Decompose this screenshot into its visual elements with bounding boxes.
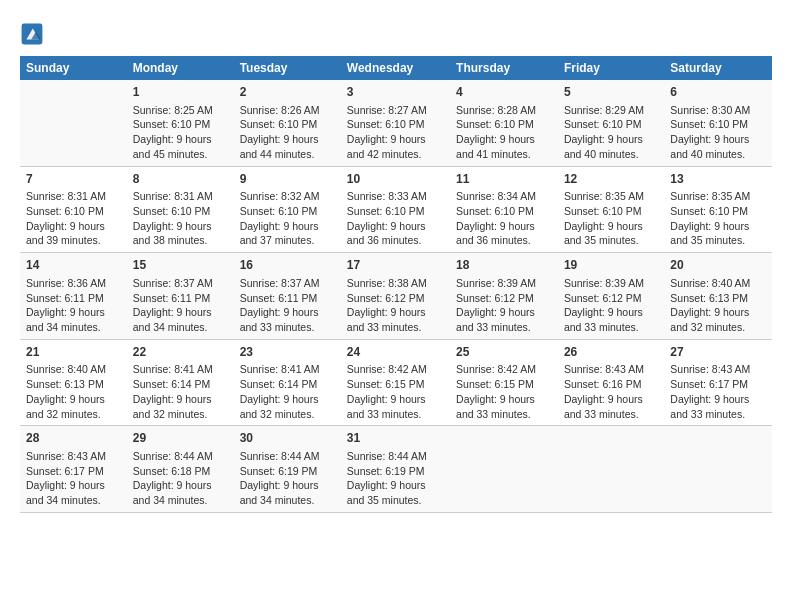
calendar-cell: 15Sunrise: 8:37 AM Sunset: 6:11 PM Dayli… (127, 253, 234, 340)
day-number: 17 (347, 257, 444, 274)
day-number: 7 (26, 171, 121, 188)
day-info: Sunrise: 8:29 AM Sunset: 6:10 PM Dayligh… (564, 103, 658, 162)
calendar-cell: 10Sunrise: 8:33 AM Sunset: 6:10 PM Dayli… (341, 166, 450, 253)
day-info: Sunrise: 8:32 AM Sunset: 6:10 PM Dayligh… (240, 189, 335, 248)
calendar-cell: 30Sunrise: 8:44 AM Sunset: 6:19 PM Dayli… (234, 426, 341, 513)
calendar-cell (664, 426, 772, 513)
weekday-header-wednesday: Wednesday (341, 56, 450, 80)
calendar-cell (20, 80, 127, 166)
day-number: 9 (240, 171, 335, 188)
calendar-cell (450, 426, 558, 513)
day-info: Sunrise: 8:25 AM Sunset: 6:10 PM Dayligh… (133, 103, 228, 162)
calendar-cell: 13Sunrise: 8:35 AM Sunset: 6:10 PM Dayli… (664, 166, 772, 253)
weekday-header-thursday: Thursday (450, 56, 558, 80)
calendar-cell: 8Sunrise: 8:31 AM Sunset: 6:10 PM Daylig… (127, 166, 234, 253)
calendar-cell: 9Sunrise: 8:32 AM Sunset: 6:10 PM Daylig… (234, 166, 341, 253)
calendar-cell: 16Sunrise: 8:37 AM Sunset: 6:11 PM Dayli… (234, 253, 341, 340)
weekday-header-row: SundayMondayTuesdayWednesdayThursdayFrid… (20, 56, 772, 80)
calendar-cell: 25Sunrise: 8:42 AM Sunset: 6:15 PM Dayli… (450, 339, 558, 426)
day-info: Sunrise: 8:33 AM Sunset: 6:10 PM Dayligh… (347, 189, 444, 248)
calendar-cell: 29Sunrise: 8:44 AM Sunset: 6:18 PM Dayli… (127, 426, 234, 513)
day-number: 2 (240, 84, 335, 101)
calendar-cell: 3Sunrise: 8:27 AM Sunset: 6:10 PM Daylig… (341, 80, 450, 166)
day-info: Sunrise: 8:37 AM Sunset: 6:11 PM Dayligh… (240, 276, 335, 335)
day-info: Sunrise: 8:28 AM Sunset: 6:10 PM Dayligh… (456, 103, 552, 162)
day-info: Sunrise: 8:44 AM Sunset: 6:19 PM Dayligh… (240, 449, 335, 508)
week-row-1: 1Sunrise: 8:25 AM Sunset: 6:10 PM Daylig… (20, 80, 772, 166)
day-info: Sunrise: 8:30 AM Sunset: 6:10 PM Dayligh… (670, 103, 766, 162)
day-number: 4 (456, 84, 552, 101)
header (20, 18, 772, 46)
week-row-5: 28Sunrise: 8:43 AM Sunset: 6:17 PM Dayli… (20, 426, 772, 513)
day-info: Sunrise: 8:43 AM Sunset: 6:17 PM Dayligh… (26, 449, 121, 508)
day-number: 15 (133, 257, 228, 274)
calendar-cell: 5Sunrise: 8:29 AM Sunset: 6:10 PM Daylig… (558, 80, 664, 166)
day-number: 19 (564, 257, 658, 274)
weekday-header-monday: Monday (127, 56, 234, 80)
calendar-cell: 12Sunrise: 8:35 AM Sunset: 6:10 PM Dayli… (558, 166, 664, 253)
day-info: Sunrise: 8:39 AM Sunset: 6:12 PM Dayligh… (564, 276, 658, 335)
day-number: 22 (133, 344, 228, 361)
day-info: Sunrise: 8:43 AM Sunset: 6:17 PM Dayligh… (670, 362, 766, 421)
day-number: 8 (133, 171, 228, 188)
day-number: 31 (347, 430, 444, 447)
calendar-table: SundayMondayTuesdayWednesdayThursdayFrid… (20, 56, 772, 513)
logo (20, 22, 48, 46)
weekday-header-friday: Friday (558, 56, 664, 80)
day-info: Sunrise: 8:35 AM Sunset: 6:10 PM Dayligh… (670, 189, 766, 248)
day-info: Sunrise: 8:43 AM Sunset: 6:16 PM Dayligh… (564, 362, 658, 421)
day-number: 14 (26, 257, 121, 274)
day-number: 28 (26, 430, 121, 447)
day-info: Sunrise: 8:42 AM Sunset: 6:15 PM Dayligh… (456, 362, 552, 421)
calendar-cell: 31Sunrise: 8:44 AM Sunset: 6:19 PM Dayli… (341, 426, 450, 513)
day-number: 6 (670, 84, 766, 101)
day-number: 24 (347, 344, 444, 361)
day-info: Sunrise: 8:44 AM Sunset: 6:18 PM Dayligh… (133, 449, 228, 508)
day-number: 25 (456, 344, 552, 361)
day-info: Sunrise: 8:35 AM Sunset: 6:10 PM Dayligh… (564, 189, 658, 248)
day-number: 20 (670, 257, 766, 274)
day-number: 11 (456, 171, 552, 188)
day-info: Sunrise: 8:39 AM Sunset: 6:12 PM Dayligh… (456, 276, 552, 335)
calendar-cell: 17Sunrise: 8:38 AM Sunset: 6:12 PM Dayli… (341, 253, 450, 340)
day-info: Sunrise: 8:44 AM Sunset: 6:19 PM Dayligh… (347, 449, 444, 508)
week-row-3: 14Sunrise: 8:36 AM Sunset: 6:11 PM Dayli… (20, 253, 772, 340)
day-number: 16 (240, 257, 335, 274)
day-number: 3 (347, 84, 444, 101)
page-container: SundayMondayTuesdayWednesdayThursdayFrid… (0, 0, 792, 523)
day-info: Sunrise: 8:40 AM Sunset: 6:13 PM Dayligh… (670, 276, 766, 335)
calendar-cell: 23Sunrise: 8:41 AM Sunset: 6:14 PM Dayli… (234, 339, 341, 426)
weekday-header-saturday: Saturday (664, 56, 772, 80)
day-number: 23 (240, 344, 335, 361)
calendar-cell: 1Sunrise: 8:25 AM Sunset: 6:10 PM Daylig… (127, 80, 234, 166)
calendar-cell: 2Sunrise: 8:26 AM Sunset: 6:10 PM Daylig… (234, 80, 341, 166)
day-info: Sunrise: 8:31 AM Sunset: 6:10 PM Dayligh… (26, 189, 121, 248)
day-info: Sunrise: 8:36 AM Sunset: 6:11 PM Dayligh… (26, 276, 121, 335)
day-info: Sunrise: 8:41 AM Sunset: 6:14 PM Dayligh… (240, 362, 335, 421)
calendar-cell: 18Sunrise: 8:39 AM Sunset: 6:12 PM Dayli… (450, 253, 558, 340)
calendar-cell: 22Sunrise: 8:41 AM Sunset: 6:14 PM Dayli… (127, 339, 234, 426)
day-number: 21 (26, 344, 121, 361)
day-info: Sunrise: 8:27 AM Sunset: 6:10 PM Dayligh… (347, 103, 444, 162)
day-number: 12 (564, 171, 658, 188)
calendar-cell: 28Sunrise: 8:43 AM Sunset: 6:17 PM Dayli… (20, 426, 127, 513)
day-info: Sunrise: 8:26 AM Sunset: 6:10 PM Dayligh… (240, 103, 335, 162)
calendar-cell: 14Sunrise: 8:36 AM Sunset: 6:11 PM Dayli… (20, 253, 127, 340)
day-info: Sunrise: 8:37 AM Sunset: 6:11 PM Dayligh… (133, 276, 228, 335)
week-row-2: 7Sunrise: 8:31 AM Sunset: 6:10 PM Daylig… (20, 166, 772, 253)
weekday-header-sunday: Sunday (20, 56, 127, 80)
day-info: Sunrise: 8:31 AM Sunset: 6:10 PM Dayligh… (133, 189, 228, 248)
calendar-cell: 6Sunrise: 8:30 AM Sunset: 6:10 PM Daylig… (664, 80, 772, 166)
day-number: 18 (456, 257, 552, 274)
logo-icon (20, 22, 44, 46)
calendar-cell: 11Sunrise: 8:34 AM Sunset: 6:10 PM Dayli… (450, 166, 558, 253)
day-info: Sunrise: 8:40 AM Sunset: 6:13 PM Dayligh… (26, 362, 121, 421)
day-number: 29 (133, 430, 228, 447)
calendar-cell: 19Sunrise: 8:39 AM Sunset: 6:12 PM Dayli… (558, 253, 664, 340)
calendar-cell: 26Sunrise: 8:43 AM Sunset: 6:16 PM Dayli… (558, 339, 664, 426)
day-number: 10 (347, 171, 444, 188)
calendar-cell: 21Sunrise: 8:40 AM Sunset: 6:13 PM Dayli… (20, 339, 127, 426)
day-info: Sunrise: 8:34 AM Sunset: 6:10 PM Dayligh… (456, 189, 552, 248)
calendar-cell: 24Sunrise: 8:42 AM Sunset: 6:15 PM Dayli… (341, 339, 450, 426)
calendar-cell: 7Sunrise: 8:31 AM Sunset: 6:10 PM Daylig… (20, 166, 127, 253)
